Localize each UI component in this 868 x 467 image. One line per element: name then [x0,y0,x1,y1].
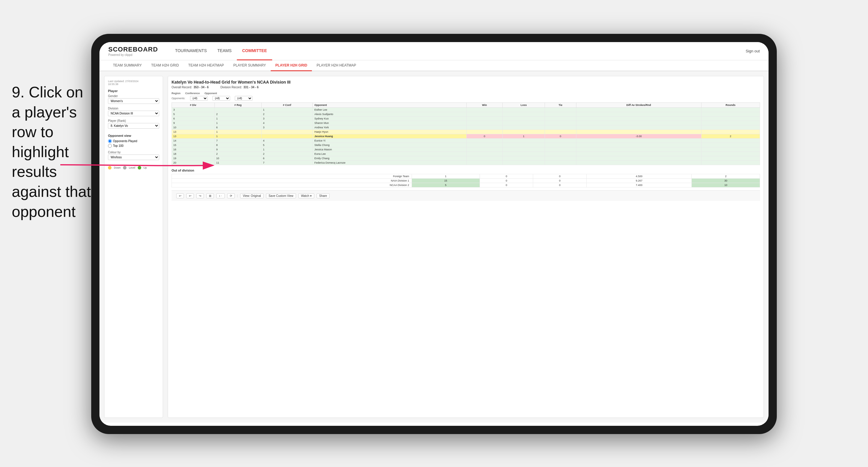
redo2-button[interactable]: ↪ [196,193,204,198]
table-row[interactable]: 13 1 Haejo Hyun [172,130,760,134]
nav-item-tournaments[interactable]: TOURNAMENTS [170,42,212,60]
grid-records: Overall Record: 353 - 34 - 6 Division Re… [172,86,760,89]
colour-by-select[interactable]: Win/loss [108,155,159,160]
table-row[interactable]: 15 8 5 Stella Chong [172,143,760,148]
gender-select[interactable]: Women's [108,98,159,104]
tablet-shell: SCOREBOARD Powered by clippd TOURNAMENTS… [91,34,777,434]
logo-area: SCOREBOARD Powered by clippd [108,45,158,57]
out-of-division-title: Out of division [172,168,760,172]
left-panel: Last Updated: 27/03/2024 16:55:38 Player… [104,76,163,418]
table-row[interactable]: 19 10 6 Emily Chang [172,156,760,161]
overall-record: Overall Record: 353 - 34 - 6 [172,86,209,89]
refresh-button[interactable]: ⟳ [227,193,235,198]
legend-row: Down Level Up [108,166,159,169]
table-row[interactable]: 6 1 3 Sydney Kuo [172,117,760,121]
th-diff: Diff Av Strokes/Rnd [576,103,701,108]
redo-button[interactable]: ↩ [186,193,194,198]
logo-sub: Powered by clippd [108,53,158,57]
th-loss: Loss [502,103,545,108]
out-row-naia[interactable]: NAIA Division 1 15 0 0 9.267 30 [172,179,760,183]
view-original-button[interactable]: View: Original [240,193,264,198]
annotation-text: 9. Click on a player's row to highlight … [12,83,94,222]
opponent-filter-select[interactable]: (All) [235,96,252,101]
conference-filter-select[interactable]: (All) [212,96,230,101]
gender-label: Gender [108,94,159,98]
division-record: Division Record: 331 - 34 - 6 [220,86,259,89]
action-button[interactable]: ↕ · [216,193,225,198]
legend-up-dot [138,166,141,169]
player-rank-select[interactable]: 8. Katelyn Vo [108,123,159,129]
save-custom-view-button[interactable]: Save Custom View [266,193,296,198]
filter-region-group: Region [172,92,181,95]
table-row[interactable]: 3 1 Esther Lee [172,108,760,112]
sub-nav-player-h2h-heatmap[interactable]: PLAYER H2H HEATMAP [312,60,361,71]
main-content: Last Updated: 27/03/2024 16:55:38 Player… [99,71,769,423]
table-row[interactable]: 16 9 1 Jessica Mason [172,148,760,152]
filter-region-label: Region [172,92,181,95]
sub-nav-player-h2h-grid[interactable]: PLAYER H2H GRID [271,60,312,71]
table-row[interactable]: 18 2 2 Euna Lee [172,152,760,156]
sub-nav-team-h2h-grid[interactable]: TEAM H2H GRID [147,60,184,71]
player-rank-label: Player (Rank) [108,119,159,122]
bottom-toolbar: ↩ ↩ ↪ ⊞ ↕ · ⟳ | View: Original Save Cust… [172,190,760,201]
filter-opponent-label: Opponent [205,92,217,95]
share-button[interactable]: Share [317,193,330,198]
legend-up-label: Up [144,166,147,169]
table-row[interactable]: 20 11 7 Federica Domecq Lacroze [172,161,760,165]
out-row-foreign[interactable]: Foreign Team 1 0 0 4.500 2 [172,174,760,179]
filter-opponent-group: Opponent [205,92,217,95]
out-of-division-table: Foreign Team 1 0 0 4.500 2 NAIA Division… [172,174,760,187]
filter-row: Region Conference Opponent [172,92,760,95]
nav-items: TOURNAMENTS TEAMS COMMITTEE [170,42,272,60]
table-row-highlighted[interactable]: 13 1 Jessica Huang 0 1 0 -3.00 2 [172,134,760,138]
right-panel: Katelyn Vo Head-to-Head Grid for Women's… [168,76,764,418]
sub-nav-team-h2h-heatmap[interactable]: TEAM H2H HEATMAP [184,60,228,71]
opponent-radio-group: Opponents Played Top 100 [108,139,159,148]
th-conf: # Conf [261,103,313,108]
sign-out-button[interactable]: Sign out [746,49,760,53]
table-row[interactable]: 14 7 4 Eunice Yi [172,138,760,143]
nav-item-teams[interactable]: TEAMS [212,42,237,60]
watch-button[interactable]: Watch ▾ [298,193,314,198]
table-header-row: # Div # Reg # Conf Opponent Win Loss Tie… [172,103,760,108]
nav-item-committee[interactable]: COMMITTEE [237,42,272,60]
legend-level-dot [123,166,126,169]
th-opponent: Opponent [313,103,466,108]
division-label: Division [108,107,159,110]
sub-nav-team-summary[interactable]: TEAM SUMMARY [108,60,147,71]
th-div: # Div [172,103,215,108]
table-row[interactable]: 10 6 3 Andrea York [172,125,760,130]
region-filter-select[interactable]: (All) [190,96,208,101]
grid-table: # Div # Reg # Conf Opponent Win Loss Tie… [172,102,760,165]
tablet-screen: SCOREBOARD Powered by clippd TOURNAMENTS… [99,42,769,426]
opponents-sub-label: Opponents: [172,97,185,100]
player-section-title: Player [108,89,159,93]
th-win: Win [466,103,502,108]
legend-level-label: Level [129,166,135,169]
logo-text: SCOREBOARD [108,45,158,53]
out-row-ncaa2[interactable]: NCAA Division 2 5 0 0 7.400 10 [172,183,760,187]
filter-conference-label: Conference [185,92,200,95]
th-rounds: Rounds [701,103,760,108]
legend-down-label: Down [114,166,121,169]
filter-conference-group: Conference [185,92,200,95]
undo-button[interactable]: ↩ [176,193,184,198]
sub-nav-player-summary[interactable]: PLAYER SUMMARY [228,60,271,71]
table-row[interactable]: 9 1 4 Sharon Mun [172,121,760,125]
nav-bar: SCOREBOARD Powered by clippd TOURNAMENTS… [99,42,769,60]
sub-nav: TEAM SUMMARY TEAM H2H GRID TEAM H2H HEAT… [99,60,769,71]
colour-by-label: Colour by [108,151,159,154]
grid-title: Katelyn Vo Head-to-Head Grid for Women's… [172,80,760,85]
legend-down-dot [108,166,112,169]
copy-button[interactable]: ⊞ [206,193,214,198]
table-row[interactable]: 5 2 2 Alexis Sudijanto [172,112,760,117]
th-tie: Tie [545,103,576,108]
opponent-radio-played[interactable]: Opponents Played [108,139,159,143]
opponent-radio-top100[interactable]: Top 100 [108,144,159,148]
division-select[interactable]: NCAA Division III [108,111,159,116]
filter-selects-row: Opponents: (All) (All) (All) [172,96,760,101]
opponent-view-title: Opponent view [108,134,159,137]
th-reg: # Reg [215,103,261,108]
timestamp: Last Updated: 27/03/2024 16:55:38 [108,80,159,86]
